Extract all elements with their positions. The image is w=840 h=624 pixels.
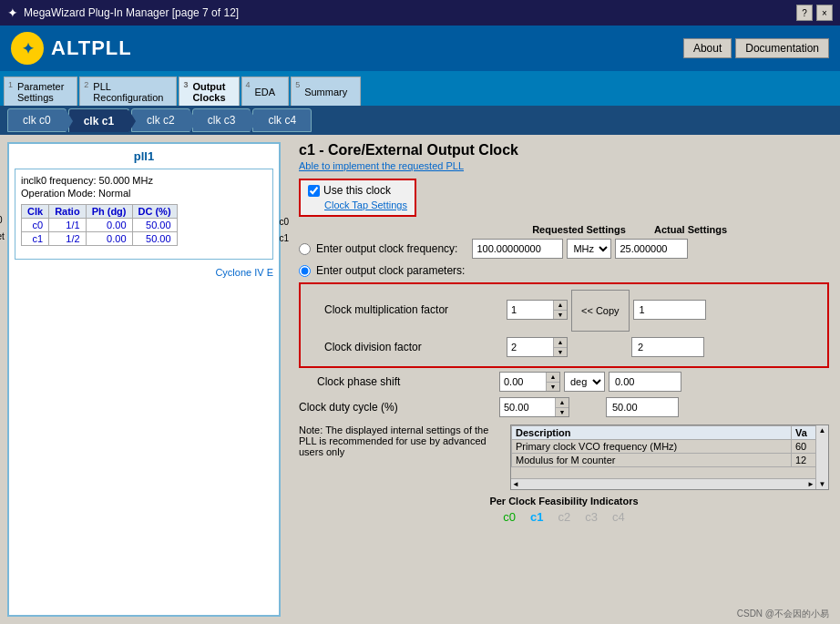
phase-spin[interactable]: ▲ ▼ — [499, 372, 560, 392]
duty-spin[interactable]: ▲ ▼ — [499, 397, 569, 417]
tab-clk-c1[interactable]: clk c1 — [68, 108, 129, 132]
feasibility-area: Per Clock Feasibility Indicators c0 c1 c… — [299, 496, 829, 524]
div-spin[interactable]: ▲ ▼ — [507, 337, 568, 357]
documentation-button[interactable]: Documentation — [735, 38, 829, 58]
wizard-icon: ✦ — [7, 5, 18, 20]
help-button[interactable]: ? — [796, 5, 813, 21]
tab-clk-c0[interactable]: clk c0 — [7, 108, 67, 132]
duty-up-btn[interactable]: ▲ — [556, 398, 569, 408]
duty-cycle-row: Clock duty cycle (%) ▲ ▼ — [299, 397, 829, 417]
scroll-bar[interactable]: ▲ ▼ — [815, 425, 828, 489]
mult-spin[interactable]: ▲ ▼ — [507, 300, 568, 320]
title-bar-left: ✦ MegaWizard Plug-In Manager [page 7 of … — [7, 5, 239, 20]
freq-actual-input — [615, 239, 688, 259]
tab-clk-c4[interactable]: clk c4 — [252, 108, 312, 132]
feasibility-title: Per Clock Feasibility Indicators — [299, 496, 829, 506]
pll-table: Clk Ratio Ph (dg) DC (%) c0 1/1 0.00 50.… — [21, 204, 178, 246]
radio-freq-label: Enter output clock frequency: — [316, 242, 457, 255]
feas-c4: c4 — [612, 510, 625, 524]
scroll-down-icon[interactable]: ▼ — [819, 480, 826, 488]
scroll-right-icon[interactable]: ► — [807, 480, 814, 488]
h-scroll-bar[interactable]: ◄ ► — [511, 478, 815, 489]
phase-down-btn[interactable]: ▼ — [547, 383, 559, 392]
div-inputs: ▲ ▼ — [507, 337, 704, 357]
div-value[interactable] — [507, 338, 553, 356]
tab-summary[interactable]: 5 Summary — [291, 77, 361, 106]
phase-inputs: ▲ ▼ deg ps — [499, 372, 681, 392]
scroll-left-icon[interactable]: ◄ — [512, 480, 519, 488]
use-clock-checkbox[interactable] — [308, 185, 320, 197]
feasibility-clocks: c0 c1 c2 c3 c4 — [299, 510, 829, 524]
logo-icon: ✦ — [11, 32, 44, 65]
tab-output-clocks[interactable]: 3 OutputClocks — [179, 77, 239, 106]
title-bar: ✦ MegaWizard Plug-In Manager [page 7 of … — [0, 0, 840, 26]
table-row: c1 1/2 0.00 50.00 — [22, 232, 178, 246]
tab-clk-c3[interactable]: clk c3 — [192, 108, 251, 132]
about-button[interactable]: About — [683, 38, 732, 58]
title-bar-text: MegaWizard Plug-In Manager [page 7 of 12… — [24, 6, 239, 19]
duty-inputs: ▲ ▼ — [499, 397, 679, 417]
tab-clk-c2[interactable]: clk c2 — [131, 108, 190, 132]
mult-down-btn[interactable]: ▼ — [554, 311, 567, 320]
logo-area: ✦ ALTPLL — [11, 32, 132, 65]
areset-label: areset — [0, 231, 5, 241]
div-down-btn[interactable]: ▼ — [554, 348, 567, 357]
description-area: Note: The displayed internal settings of… — [299, 425, 829, 490]
clock-tap-settings-link[interactable]: Clock Tap Settings — [308, 199, 407, 211]
pll-title: pll1 — [15, 149, 273, 163]
duty-value[interactable] — [500, 398, 555, 416]
cyclone-label[interactable]: Cyclone IV E — [15, 267, 273, 278]
tab-parameter-settings[interactable]: 1 ParameterSettings — [4, 77, 77, 106]
duty-label: Clock duty cycle (%) — [299, 401, 499, 414]
footer-text: CSDN @不会因的小易 — [737, 609, 829, 619]
duty-down-btn[interactable]: ▼ — [556, 408, 569, 417]
tab-eda[interactable]: 4 EDA — [241, 77, 290, 106]
c0-label: c0 — [279, 217, 289, 227]
mult-actual — [633, 300, 706, 320]
pll-box: inclk0 areset c0 c1 inclk0 frequency: 50… — [15, 169, 273, 260]
right-panel: c1 - Core/External Output Clock Able to … — [288, 135, 840, 624]
requested-header: Requested Settings — [508, 224, 650, 235]
copy-button[interactable]: << Copy — [571, 290, 630, 332]
radio-freq[interactable] — [299, 243, 311, 255]
radio-params[interactable] — [299, 265, 311, 277]
scroll-up-icon[interactable]: ▲ — [819, 426, 826, 435]
duty-actual — [606, 397, 679, 417]
mult-factor-row: Clock multiplication factor ▲ ▼ << Copy — [306, 288, 822, 332]
freq-unit-select[interactable]: MHz KHz — [567, 239, 611, 259]
inclk0-label: inclk0 — [0, 215, 3, 225]
mult-up-btn[interactable]: ▲ — [554, 301, 567, 311]
header-buttons: About Documentation — [683, 38, 829, 58]
div-actual — [631, 337, 704, 357]
div-up-btn[interactable]: ▲ — [554, 338, 567, 348]
note-text: Note: The displayed internal settings of… — [299, 425, 499, 490]
table-row: Primary clock VCO frequency (MHz) 60 — [512, 440, 828, 454]
tap-settings-text[interactable]: Clock Tap Settings — [324, 199, 407, 210]
section-title: c1 - Core/External Output Clock — [299, 142, 829, 159]
section-subtitle[interactable]: Able to implement the requested PLL — [299, 160, 829, 171]
use-clock-row: Use this clock — [308, 184, 407, 197]
close-button[interactable]: × — [816, 5, 833, 21]
mult-value[interactable] — [507, 301, 553, 319]
actual-header: Actual Settings — [650, 224, 732, 235]
tabs-row1: 1 ParameterSettings 2 PLLReconfiguration… — [0, 71, 840, 106]
pll-info-line2: Operation Mode: Normal — [21, 188, 267, 199]
mult-label: Clock multiplication factor — [306, 303, 507, 316]
phase-label: Clock phase shift — [299, 375, 499, 388]
tab-pll-reconfiguration[interactable]: 2 PLLReconfiguration — [79, 77, 177, 106]
title-bar-controls: ? × — [796, 5, 833, 21]
freq-input[interactable] — [472, 239, 563, 259]
phase-shift-row: Clock phase shift ▲ ▼ deg ps — [299, 372, 829, 392]
use-clock-label: Use this clock — [323, 184, 391, 197]
params-area: Clock multiplication factor ▲ ▼ << Copy … — [299, 282, 829, 368]
mult-inputs: ▲ ▼ << Copy — [507, 288, 706, 332]
feas-c2: c2 — [558, 510, 571, 524]
phase-value[interactable] — [500, 373, 546, 391]
feas-c3: c3 — [585, 510, 598, 524]
phase-unit-select[interactable]: deg ps — [564, 372, 605, 392]
radio-params-row: Enter output clock parameters: — [299, 264, 829, 277]
phase-up-btn[interactable]: ▲ — [547, 373, 559, 383]
use-clock-area: Use this clock Clock Tap Settings — [299, 179, 416, 217]
div-factor-row: Clock division factor ▲ ▼ — [306, 337, 822, 357]
phase-actual — [609, 372, 681, 392]
